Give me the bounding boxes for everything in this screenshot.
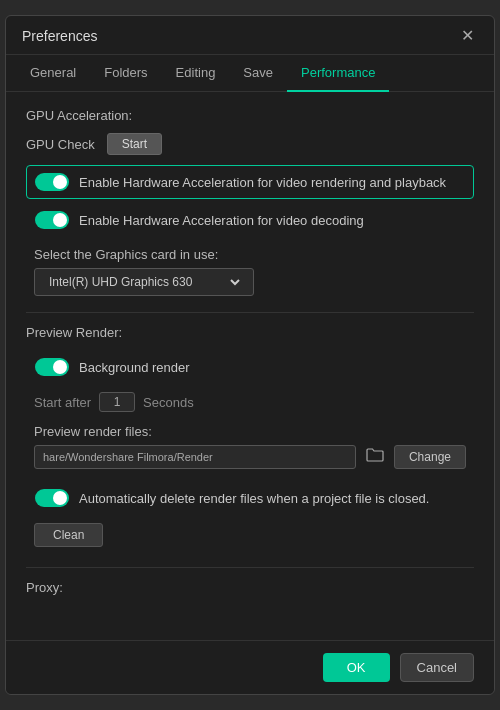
hw-accel-decoding-label: Enable Hardware Acceleration for video d… bbox=[79, 213, 364, 228]
render-path-display: hare/Wondershare Filmora/Render bbox=[34, 445, 356, 469]
gpu-check-row: GPU Check Start bbox=[26, 133, 474, 155]
toggle-knob bbox=[53, 175, 67, 189]
seconds-label: Seconds bbox=[143, 395, 194, 410]
tab-editing[interactable]: Editing bbox=[162, 55, 230, 92]
hw-accel-video-label: Enable Hardware Acceleration for video r… bbox=[79, 175, 446, 190]
start-after-input[interactable] bbox=[99, 392, 135, 412]
hw-accel-video-toggle[interactable] bbox=[35, 173, 69, 191]
auto-delete-label: Automatically delete render files when a… bbox=[79, 491, 429, 506]
graphics-card-select-wrap: Intel(R) UHD Graphics 630 bbox=[34, 268, 466, 296]
clean-button[interactable]: Clean bbox=[34, 523, 103, 547]
preview-render-section: Preview Render: Background render Start … bbox=[26, 325, 474, 559]
tabs-bar: General Folders Editing Save Performance bbox=[6, 55, 494, 92]
change-button[interactable]: Change bbox=[394, 445, 466, 469]
background-render-label: Background render bbox=[79, 360, 190, 375]
auto-delete-row: Automatically delete render files when a… bbox=[26, 481, 474, 515]
proxy-label: Proxy: bbox=[26, 580, 474, 595]
select-graphics-label: Select the Graphics card in use: bbox=[34, 247, 474, 262]
folder-icon-button[interactable] bbox=[362, 445, 388, 469]
tab-general[interactable]: General bbox=[16, 55, 90, 92]
cancel-button[interactable]: Cancel bbox=[400, 653, 474, 682]
close-button[interactable]: ✕ bbox=[457, 26, 478, 46]
background-render-row: Background render bbox=[26, 350, 474, 384]
title-bar: Preferences ✕ bbox=[6, 16, 494, 55]
content-area: GPU Acceleration: GPU Check Start Enable… bbox=[6, 92, 494, 611]
gpu-section-label: GPU Acceleration: bbox=[26, 108, 474, 123]
section-divider-2 bbox=[26, 567, 474, 568]
toggle-knob-2 bbox=[53, 213, 67, 227]
tab-performance[interactable]: Performance bbox=[287, 55, 389, 92]
graphics-card-dropdown[interactable]: Intel(R) UHD Graphics 630 bbox=[45, 274, 243, 290]
toggle-knob-4 bbox=[53, 491, 67, 505]
gpu-check-label: GPU Check bbox=[26, 137, 95, 152]
graphics-card-select[interactable]: Intel(R) UHD Graphics 630 bbox=[34, 268, 254, 296]
preferences-dialog: Preferences ✕ General Folders Editing Sa… bbox=[5, 15, 495, 695]
start-after-label: Start after bbox=[34, 395, 91, 410]
tab-folders[interactable]: Folders bbox=[90, 55, 161, 92]
folder-icon bbox=[366, 447, 384, 463]
hw-accel-video-row: Enable Hardware Acceleration for video r… bbox=[26, 165, 474, 199]
hw-accel-decoding-toggle[interactable] bbox=[35, 211, 69, 229]
dialog-footer: OK Cancel bbox=[6, 640, 494, 694]
ok-button[interactable]: OK bbox=[323, 653, 390, 682]
gpu-start-button[interactable]: Start bbox=[107, 133, 162, 155]
start-after-row: Start after Seconds bbox=[34, 392, 466, 412]
toggle-knob-3 bbox=[53, 360, 67, 374]
render-path-row: hare/Wondershare Filmora/Render Change bbox=[34, 445, 466, 469]
dialog-title: Preferences bbox=[22, 28, 97, 44]
hw-accel-decoding-row: Enable Hardware Acceleration for video d… bbox=[26, 203, 474, 237]
auto-delete-toggle[interactable] bbox=[35, 489, 69, 507]
preview-render-label: Preview Render: bbox=[26, 325, 474, 340]
section-divider-1 bbox=[26, 312, 474, 313]
render-files-label: Preview render files: bbox=[34, 424, 474, 439]
tab-save[interactable]: Save bbox=[229, 55, 287, 92]
background-render-toggle[interactable] bbox=[35, 358, 69, 376]
